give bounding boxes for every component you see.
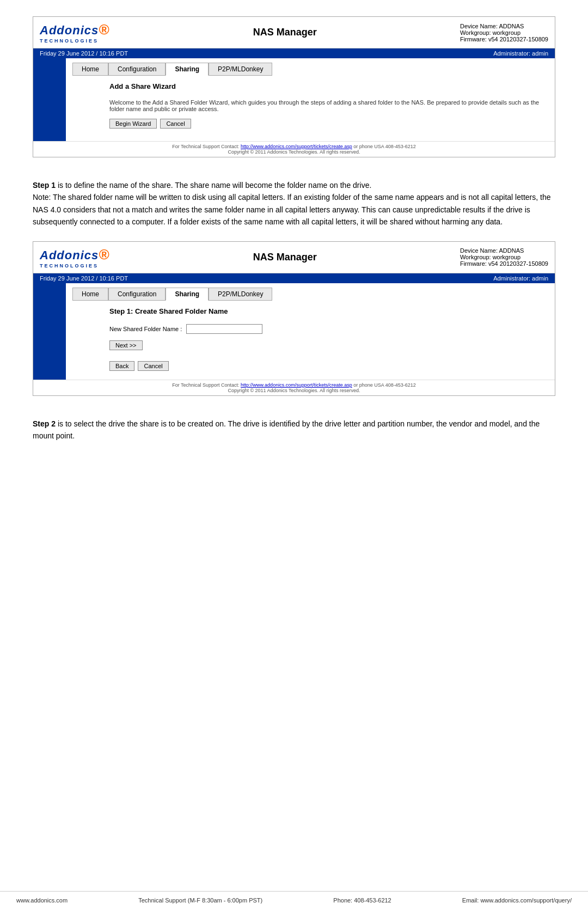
footer-support-link-1[interactable]: http://www.addonics.com/support/tickets/… xyxy=(241,144,352,149)
footer-copyright-1: Copyright © 2011 Addonics Technologies. … xyxy=(35,149,553,155)
description-2: Step 2 is to select the drive the share … xyxy=(33,409,555,455)
firmware-1: Firmware: v54 20120327-150809 xyxy=(460,36,548,42)
step2-label: Step 2 xyxy=(33,419,56,428)
step2-text: is to select the drive the share is to b… xyxy=(33,419,540,440)
footer-email: Email: www.addonics.com/support/query/ xyxy=(462,897,572,904)
nas-title-2: NAS Manager xyxy=(253,252,317,263)
cancel-button-2[interactable]: Cancel xyxy=(138,361,168,371)
nas-main-2: Home Configuration Sharing P2P/MLDonkey … xyxy=(66,283,555,380)
device-info-2: Device Name: ADDNAS Workgroup: workgroup… xyxy=(460,247,548,267)
cancel-button-1[interactable]: Cancel xyxy=(160,119,191,129)
nas-title-1: NAS Manager xyxy=(253,27,317,38)
folder-name-label: New Shared Folder Name : xyxy=(109,326,182,332)
step1-label: Step 1 xyxy=(33,181,56,190)
page-footer: www.addonics.com Technical Support (M-F … xyxy=(0,891,588,909)
footer-phone: Phone: 408-453-6212 xyxy=(333,897,391,904)
footer-website: www.addonics.com xyxy=(16,897,68,904)
footer-support-1: For Technical Support Contact: http://ww… xyxy=(35,144,553,149)
content-btn-row-1: Begin Wizard Cancel xyxy=(109,119,546,129)
logo-dot-1: ® xyxy=(99,21,109,38)
description-1: Step 1 is to define the name of the shar… xyxy=(33,170,555,241)
nav-home-2[interactable]: Home xyxy=(72,288,108,301)
back-cancel-row: Back Cancel xyxy=(109,361,546,371)
nas-footer-1: For Technical Support Contact: http://ww… xyxy=(33,141,555,157)
nav-configuration-1[interactable]: Configuration xyxy=(108,63,166,76)
content-title-2: Step 1: Create Shared Folder Name xyxy=(109,307,546,315)
addonics-logo-1: Addonics® TECHNOLOGIES xyxy=(40,21,109,44)
nas-sidebar-2 xyxy=(33,283,66,380)
content-title-1: Add a Share Wizard xyxy=(109,82,546,90)
nas-footer-2: For Technical Support Contact: http://ww… xyxy=(33,380,555,395)
nav-sharing-2[interactable]: Sharing xyxy=(166,288,209,301)
nas-content-2: Step 1: Create Shared Folder Name New Sh… xyxy=(66,301,555,380)
statusbar-datetime-1: Friday 29 June 2012 / 10:16 PDT xyxy=(40,50,128,57)
logo-tech-1: TECHNOLOGIES xyxy=(40,38,109,44)
logo-tech-2: TECHNOLOGIES xyxy=(40,263,109,269)
nas-statusbar-1: Friday 29 June 2012 / 10:16 PDT Administ… xyxy=(33,48,555,58)
next-button[interactable]: Next >> xyxy=(109,340,143,350)
nav-p2p-2[interactable]: P2P/MLDonkey xyxy=(209,288,272,301)
workgroup-2: Workgroup: workgroup xyxy=(460,254,548,260)
nav-configuration-2[interactable]: Configuration xyxy=(108,288,166,301)
screenshot-2: Addonics® TECHNOLOGIES NAS Manager Devic… xyxy=(33,241,555,396)
footer-support: Technical Support (M-F 8:30am - 6:00pm P… xyxy=(138,897,262,904)
statusbar-user-1: Administrator: admin xyxy=(493,50,548,57)
folder-name-row: New Shared Folder Name : xyxy=(109,324,546,334)
device-name-2: Device Name: ADDNAS xyxy=(460,247,548,254)
nas-header-1: Addonics® TECHNOLOGIES NAS Manager Devic… xyxy=(33,17,555,48)
statusbar-datetime-2: Friday 29 June 2012 / 10:16 PDT xyxy=(40,275,128,282)
nas-statusbar-2: Friday 29 June 2012 / 10:16 PDT Administ… xyxy=(33,273,555,283)
nas-main-1: Home Configuration Sharing P2P/MLDonkey … xyxy=(66,58,555,141)
nas-nav-2: Home Configuration Sharing P2P/MLDonkey xyxy=(66,283,555,301)
workgroup-1: Workgroup: workgroup xyxy=(460,29,548,36)
firmware-2: Firmware: v54 20120327-150809 xyxy=(460,260,548,267)
screenshot-1: Addonics® TECHNOLOGIES NAS Manager Devic… xyxy=(33,16,555,157)
next-btn-row: Next >> xyxy=(109,340,546,350)
nav-p2p-1[interactable]: P2P/MLDonkey xyxy=(209,63,272,76)
nav-home-1[interactable]: Home xyxy=(72,63,108,76)
nas-sidebar-1 xyxy=(33,58,66,141)
nas-content-1: Add a Share Wizard Welcome to the Add a … xyxy=(66,76,555,141)
begin-wizard-button[interactable]: Begin Wizard xyxy=(109,119,157,129)
content-description-1: Welcome to the Add a Shared Folder Wizar… xyxy=(109,99,546,112)
folder-name-input[interactable] xyxy=(186,324,262,334)
nav-sharing-1[interactable]: Sharing xyxy=(166,63,209,76)
logo-addonics-text-1: Addonics xyxy=(40,23,99,37)
statusbar-user-2: Administrator: admin xyxy=(493,275,548,282)
footer-support-link-2[interactable]: http://www.addonics.com/support/tickets/… xyxy=(241,382,352,388)
footer-copyright-2: Copyright © 2011 Addonics Technologies. … xyxy=(35,388,553,393)
logo-dot-2: ® xyxy=(99,246,109,263)
step1-note: Note: The shared folder name will be wri… xyxy=(33,191,555,228)
nas-nav-1: Home Configuration Sharing P2P/MLDonkey xyxy=(66,58,555,76)
footer-support-2: For Technical Support Contact: http://ww… xyxy=(35,382,553,388)
device-info-1: Device Name: ADDNAS Workgroup: workgroup… xyxy=(460,23,548,42)
logo-addonics-text-2: Addonics xyxy=(40,248,99,262)
step1-text: is to define the name of the share. The … xyxy=(56,181,371,190)
back-button[interactable]: Back xyxy=(109,361,134,371)
nas-header-2: Addonics® TECHNOLOGIES NAS Manager Devic… xyxy=(33,242,555,273)
addonics-logo-2: Addonics® TECHNOLOGIES xyxy=(40,246,109,269)
device-name-1: Device Name: ADDNAS xyxy=(460,23,548,29)
